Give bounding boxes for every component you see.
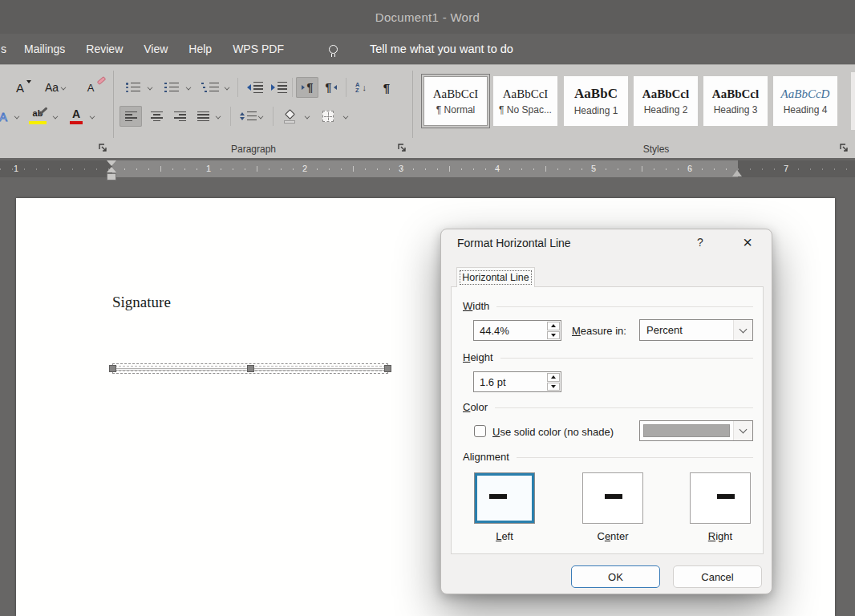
height-group-header: Height: [463, 351, 753, 363]
style-card-normal[interactable]: AaBbCcI ¶ Normal: [423, 76, 488, 126]
width-spin-down-button[interactable]: [547, 331, 560, 340]
hanging-indent-marker[interactable]: [107, 167, 116, 172]
dropdown-button[interactable]: [733, 421, 752, 440]
use-solid-color-checkbox[interactable]: [474, 425, 486, 437]
close-icon[interactable]: ×: [735, 231, 760, 253]
ruler-number: 1: [204, 164, 213, 173]
cancel-button[interactable]: Cancel: [673, 565, 762, 588]
selected-horizontal-line[interactable]: [112, 363, 388, 374]
styles-dialog-launcher[interactable]: [839, 143, 849, 153]
height-spin-up-button[interactable]: [547, 373, 560, 382]
selection-handle-right[interactable]: [384, 365, 391, 372]
selection-handle-middle[interactable]: [247, 365, 254, 372]
font-color-dropdown[interactable]: [88, 106, 96, 127]
font-color-bar: [70, 121, 83, 124]
bullets-button[interactable]: [120, 77, 146, 98]
first-line-indent-marker[interactable]: [107, 160, 116, 166]
alignment-option-center[interactable]: [582, 472, 643, 524]
height-label: Height: [463, 351, 493, 363]
tell-me-box[interactable]: Tell me what you want to do: [370, 43, 513, 55]
show-paragraph-marks-button[interactable]: ¶: [377, 77, 396, 98]
decrease-indent-button[interactable]: [243, 77, 267, 98]
paragraph-dialog-launcher[interactable]: [397, 143, 407, 153]
clear-formatting-button[interactable]: A: [80, 77, 106, 98]
color-dropdown[interactable]: [639, 420, 753, 441]
dialog-tab-panel: Width Measure in: Percent Height: [451, 286, 764, 554]
borders-button[interactable]: [318, 106, 338, 127]
help-button[interactable]: ?: [692, 236, 708, 249]
multilevel-list-dropdown[interactable]: [223, 77, 231, 98]
right-to-left-button[interactable]: ¶: [320, 77, 342, 98]
ribbon-tab-bar: s Mailings Review View Help WPS PDF Tell…: [0, 34, 855, 64]
arrow-left-icon: [247, 84, 251, 91]
ribbon-tab-mailings[interactable]: Mailings: [24, 43, 65, 55]
text-effects-dropdown[interactable]: [13, 106, 21, 127]
change-case-button[interactable]: Aa: [38, 77, 72, 98]
ribbon-tab-partial[interactable]: s: [1, 43, 7, 55]
word-application-window: Document1 - Word s Mailings Review View …: [0, 0, 855, 616]
arrow-right-icon: [302, 85, 305, 90]
alignment-option-right[interactable]: [690, 472, 751, 524]
height-input[interactable]: [474, 372, 546, 391]
style-card-heading-2[interactable]: AaBbCcl Heading 2: [634, 76, 698, 126]
shrink-font-button[interactable]: A: [6, 77, 34, 98]
ribbon-tab-wps-pdf[interactable]: WPS PDF: [233, 43, 284, 55]
alignment-left-label: Left: [474, 530, 535, 542]
dropdown-button[interactable]: [733, 320, 752, 340]
bullets-dropdown[interactable]: [146, 77, 154, 98]
style-preview: AaBbC: [574, 86, 618, 102]
align-center-button[interactable]: [146, 106, 168, 127]
style-card-heading-4[interactable]: AaBbCcD Heading 4: [773, 76, 837, 126]
height-spin-down-button[interactable]: [547, 383, 560, 391]
width-group-header: Width: [463, 300, 753, 312]
ribbon-tab-review[interactable]: Review: [86, 43, 123, 55]
increase-indent-button[interactable]: [267, 77, 291, 98]
align-right-icon: [174, 111, 186, 122]
justify-dropdown[interactable]: [214, 106, 222, 127]
style-card-heading-3[interactable]: AaBbCcl Heading 3: [703, 76, 768, 126]
style-card-heading-1[interactable]: AaBbC Heading 1: [564, 76, 628, 126]
font-color-button[interactable]: A: [66, 106, 87, 127]
align-right-button[interactable]: [169, 106, 191, 127]
align-left-button[interactable]: [120, 106, 142, 127]
borders-dropdown[interactable]: [342, 106, 350, 127]
text-highlight-button[interactable]: ab: [26, 106, 50, 127]
ribbon-tab-view[interactable]: View: [144, 43, 168, 55]
numbered-list-icon: [164, 83, 167, 92]
numbering-dropdown[interactable]: [184, 77, 192, 98]
line-spacing-dropdown[interactable]: [257, 106, 265, 127]
font-dialog-launcher[interactable]: [98, 143, 108, 153]
title-bar: Document1 - Word: [0, 0, 855, 34]
numbering-button[interactable]: [159, 77, 184, 98]
tab-horizontal-line[interactable]: Horizontal Line: [456, 267, 535, 287]
ok-button[interactable]: OK: [571, 565, 660, 588]
justify-button[interactable]: [192, 106, 214, 127]
pilcrow-icon: ¶: [307, 81, 314, 94]
ribbon: A Aa A A ab A: [0, 64, 855, 158]
left-to-right-button[interactable]: ¶: [296, 77, 318, 98]
width-input[interactable]: [474, 321, 546, 340]
pilcrow-icon: ¶: [326, 81, 332, 94]
shading-button[interactable]: [279, 106, 300, 127]
shading-dropdown[interactable]: [303, 106, 311, 127]
multilevel-list-button[interactable]: [197, 77, 223, 98]
ribbon-tab-help[interactable]: Help: [188, 43, 212, 55]
selection-handle-left[interactable]: [109, 365, 116, 372]
sort-button[interactable]: A Z ↓: [350, 77, 372, 98]
measure-in-dropdown[interactable]: Percent: [639, 319, 753, 341]
justify-icon: [197, 111, 209, 122]
left-indent-marker[interactable]: [107, 173, 116, 180]
paragraph-group-label: Paragraph: [209, 144, 298, 155]
right-indent-marker[interactable]: [732, 170, 742, 176]
ruler-number: 5: [589, 164, 598, 173]
group-rule: [517, 457, 753, 458]
alignment-option-left[interactable]: [474, 472, 535, 524]
text-effects-button[interactable]: A: [0, 106, 13, 127]
sort-az-icon: A Z: [355, 82, 359, 93]
ruler-number: 1: [11, 164, 21, 173]
style-card-no-spacing[interactable]: AaBbCcI ¶ No Spac...: [493, 76, 557, 126]
line-dash-icon: [717, 494, 735, 499]
text-highlight-dropdown[interactable]: [51, 106, 59, 127]
width-spin-up-button[interactable]: [547, 322, 560, 330]
styles-gallery-scroll[interactable]: [851, 72, 855, 130]
